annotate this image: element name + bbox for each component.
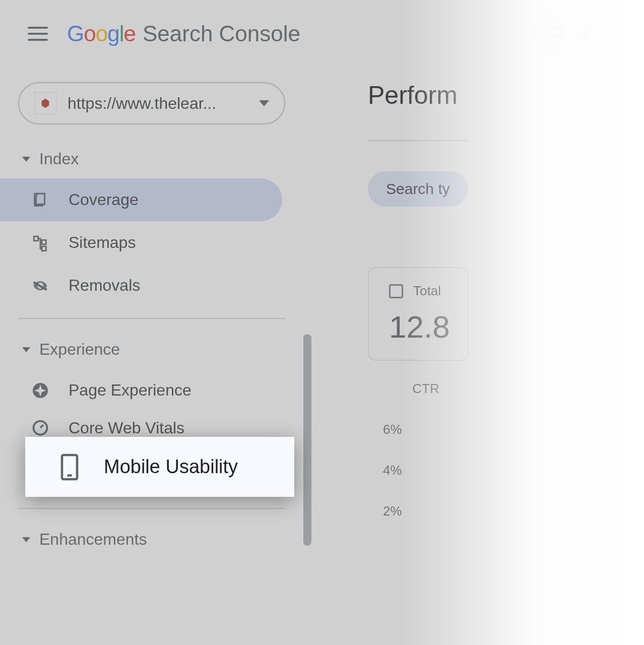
svg-point-0 xyxy=(553,28,562,37)
property-selector[interactable]: https://www.thelear... xyxy=(18,82,285,124)
page-title: Perform xyxy=(368,81,469,110)
section-header-enhancements[interactable]: Enhancements xyxy=(0,520,302,559)
chevron-down-icon xyxy=(22,537,30,542)
scrollbar-thumb[interactable] xyxy=(303,334,311,546)
mobile-icon xyxy=(60,458,79,476)
search-input[interactable]: Ins xyxy=(531,15,624,52)
chart-y-axis: CTR 6% 4% 2% xyxy=(368,381,469,519)
section-title: Enhancements xyxy=(39,530,147,549)
section-title: Experience xyxy=(39,340,120,359)
y-tick: 2% xyxy=(383,503,469,519)
chevron-down-icon xyxy=(22,157,30,162)
hamburger-menu-button[interactable] xyxy=(28,24,48,44)
main-content: Perform Search ty Total 12.8 CTR 6% 4% 2… xyxy=(368,81,469,544)
section-header-experience[interactable]: Experience xyxy=(0,330,302,369)
y-tick: 6% xyxy=(383,422,469,437)
chevron-down-icon xyxy=(259,100,269,106)
page-experience-icon xyxy=(31,381,49,400)
metric-label: Total xyxy=(413,283,441,299)
sidebar-item-label: Sitemaps xyxy=(69,233,136,252)
svg-rect-4 xyxy=(42,246,46,251)
sitemaps-icon xyxy=(31,234,49,252)
sidebar-item-removals[interactable]: Removals xyxy=(0,264,282,307)
svg-rect-3 xyxy=(42,240,46,244)
property-url: https://www.thelear... xyxy=(68,94,248,113)
section-header-index[interactable]: Index xyxy=(0,140,302,178)
coverage-icon xyxy=(31,191,49,209)
sidebar-item-mobile-usability[interactable]: Mobile Usability xyxy=(25,437,294,497)
checkbox[interactable] xyxy=(389,284,403,298)
sidebar-item-label: Coverage xyxy=(69,190,139,209)
divider xyxy=(368,140,469,141)
sidebar-item-label: Page Experience xyxy=(69,381,191,400)
divider xyxy=(18,508,285,509)
app-logo: Google Search Console xyxy=(67,21,300,46)
metric-card-total[interactable]: Total 12.8 xyxy=(368,267,469,361)
chart-ctr-label: CTR xyxy=(383,381,469,397)
search-icon xyxy=(551,26,567,42)
removals-icon xyxy=(31,277,49,295)
sidebar-item-page-experience[interactable]: Page Experience xyxy=(0,369,282,412)
property-favicon xyxy=(34,92,56,114)
sidebar-item-coverage[interactable]: Coverage xyxy=(0,178,282,221)
sidebar-item-label: Removals xyxy=(69,276,140,295)
core-web-vitals-icon xyxy=(31,419,49,437)
sidebar: https://www.thelear... Index Coverage Si… xyxy=(0,82,302,559)
sidebar-item-label: Mobile Usability xyxy=(104,456,238,478)
chevron-down-icon xyxy=(22,347,30,352)
sidebar-item-core-web-vitals[interactable]: Core Web Vitals xyxy=(0,412,282,437)
sidebar-item-sitemaps[interactable]: Sitemaps xyxy=(0,221,282,264)
search-type-filter[interactable]: Search ty xyxy=(368,171,468,207)
divider xyxy=(18,318,285,319)
y-tick: 4% xyxy=(383,463,469,478)
search-placeholder: Ins xyxy=(582,24,604,43)
metric-value: 12.8 xyxy=(389,309,447,345)
sidebar-item-label: Core Web Vitals xyxy=(69,419,184,437)
section-title: Index xyxy=(39,150,79,168)
svg-rect-2 xyxy=(34,236,38,241)
svg-line-1 xyxy=(561,36,564,39)
product-name: Search Console xyxy=(143,21,300,46)
